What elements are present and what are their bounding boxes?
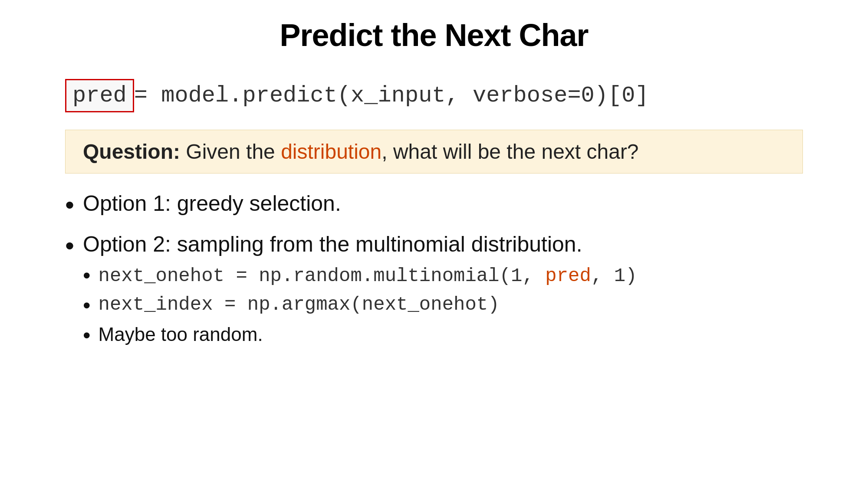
code-block: pred = model.predict(x_input, verbose=0)… <box>65 79 803 112</box>
sub2-code-full: next_index = np.argmax(next_onehot) <box>99 294 500 315</box>
question-box: Question: Given the distribution, what w… <box>65 130 803 174</box>
sub1-code-prefix: next_onehot = np.random.multinomial(1, <box>99 265 546 287</box>
sub-bullet-list: next_onehot = np.random.multinomial(1, p… <box>83 264 637 347</box>
main-content: pred = model.predict(x_input, verbose=0)… <box>65 79 803 366</box>
question-text-before: Given the <box>180 140 281 163</box>
code-highlighted-pred: pred <box>65 79 134 112</box>
bullet-option2: Option 2: sampling from the multinomial … <box>65 232 803 354</box>
sub-bullet-3: Maybe too random. <box>83 324 637 347</box>
main-bullet-list: Option 1: greedy selection. Option 2: sa… <box>65 191 803 366</box>
code-rest: = model.predict(x_input, verbose=0)[0] <box>134 83 649 108</box>
question-label: Question: <box>83 140 180 163</box>
sub3-text: Maybe too random. <box>99 324 263 345</box>
bullet-option1: Option 1: greedy selection. <box>65 191 803 219</box>
question-text-after: , what will be the next char? <box>381 140 638 163</box>
sub-bullet-1: next_onehot = np.random.multinomial(1, p… <box>83 264 637 288</box>
option2-text: Option 2: sampling from the multinomial … <box>83 232 582 256</box>
page-title: Predict the Next Char <box>279 17 588 53</box>
sub1-code-highlighted: pred <box>545 265 591 287</box>
sub1-code-suffix: , 1) <box>591 265 637 287</box>
question-highlighted-word: distribution <box>281 140 381 163</box>
sub-bullet-2: next_index = np.argmax(next_onehot) <box>83 294 637 318</box>
option1-text: Option 1: greedy selection. <box>83 191 341 216</box>
